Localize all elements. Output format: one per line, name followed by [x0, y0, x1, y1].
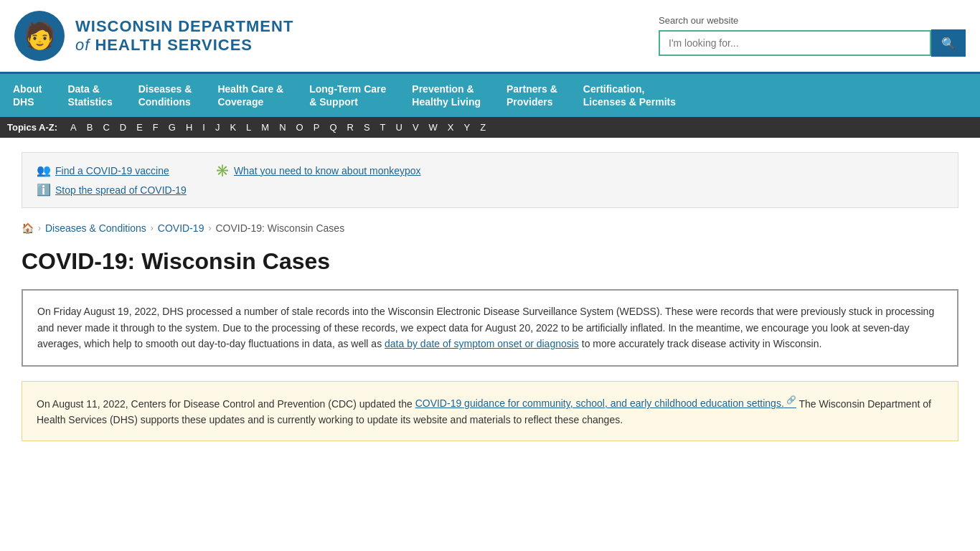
search-box: 🔍 — [659, 29, 966, 57]
page-title: COVID-19: Wisconsin Cases — [22, 248, 958, 275]
breadcrumb-diseases-link[interactable]: Diseases & Conditions — [45, 222, 146, 234]
topics-az-b[interactable]: B — [84, 121, 96, 134]
topics-az-e[interactable]: E — [133, 121, 146, 134]
breadcrumb-current: COVID-19: Wisconsin Cases — [215, 222, 344, 234]
logo-figure-icon: 🧑 — [24, 23, 56, 49]
org-name-line2: of HEALTH SERVICES — [75, 36, 293, 55]
search-icon: 🔍 — [941, 37, 956, 50]
topics-az-x[interactable]: X — [445, 121, 457, 134]
nav-item-health-care-coverage[interactable]: Health Care &Coverage — [204, 74, 296, 117]
alerts-left-col: 👥 Find a COVID-19 vaccine ℹ️ Stop the sp… — [37, 164, 187, 197]
topics-az-l[interactable]: L — [243, 121, 254, 134]
topics-az-u[interactable]: U — [393, 121, 405, 134]
cdc-update-box: On August 11, 2022, Centers for Disease … — [22, 381, 958, 441]
topics-az-i[interactable]: I — [199, 121, 208, 134]
topics-az-k[interactable]: K — [227, 121, 239, 134]
topics-az-p[interactable]: P — [311, 121, 323, 134]
topics-az-v[interactable]: V — [410, 121, 422, 134]
nav-item-about-dhs[interactable]: AboutDHS — [0, 74, 55, 117]
topics-az-w[interactable]: W — [426, 121, 440, 134]
nav-item-data-statistics[interactable]: Data &Statistics — [55, 74, 125, 117]
topics-az-f[interactable]: F — [150, 121, 161, 134]
nav-item-diseases-conditions[interactable]: Diseases &Conditions — [126, 74, 205, 117]
topics-az-m[interactable]: M — [258, 121, 272, 134]
search-input[interactable] — [659, 30, 931, 56]
breadcrumb-sep-1: › — [38, 223, 41, 233]
breadcrumb-home-link[interactable]: 🏠 — [22, 222, 34, 234]
topics-az-n[interactable]: N — [276, 121, 288, 134]
covid-spread-link[interactable]: Stop the spread of COVID-19 — [55, 184, 187, 196]
org-name-of: of — [75, 36, 90, 54]
topics-az-s[interactable]: S — [361, 121, 373, 134]
org-name-line1: WISCONSIN DEPARTMENT — [75, 17, 293, 36]
breadcrumb-sep-3: › — [208, 223, 211, 233]
breadcrumb-sep-2: › — [151, 223, 154, 233]
cdc-update-text-before: On August 11, 2022, Centers for Disease … — [37, 397, 415, 409]
people-icon: 👥 — [37, 164, 51, 177]
breadcrumb-covid19-link[interactable]: COVID-19 — [158, 222, 204, 234]
alert-covid-spread: ℹ️ Stop the spread of COVID-19 — [37, 183, 187, 197]
external-link-icon: 🔗 — [784, 396, 796, 405]
cdc-guidance-link[interactable]: COVID-19 guidance for community, school,… — [415, 397, 796, 409]
topics-az-y[interactable]: Y — [461, 121, 473, 134]
search-button[interactable]: 🔍 — [931, 29, 966, 57]
page-content: COVID-19: Wisconsin Cases On Friday Augu… — [22, 248, 958, 441]
symptom-onset-link[interactable]: data by date of symptom onset or diagnos… — [385, 338, 579, 349]
nav-item-certification[interactable]: Certification,Licenses & Permits — [570, 74, 689, 117]
alerts-right-col: ✳️ What you need to know about monkeypox — [215, 164, 421, 197]
topics-az-a[interactable]: A — [67, 121, 80, 134]
site-header: 🧑 WISCONSIN DEPARTMENT of HEALTH SERVICE… — [0, 0, 980, 74]
topics-az-d[interactable]: D — [117, 121, 129, 134]
topics-az-label: Topics A-Z: — [7, 122, 57, 133]
org-name-hs: HEALTH SERVICES — [95, 36, 253, 54]
main-nav: AboutDHS Data &Statistics Diseases &Cond… — [0, 74, 980, 117]
topics-az-r[interactable]: R — [344, 121, 357, 134]
logo-circle: 🧑 — [14, 11, 65, 61]
wedss-notice-box: On Friday August 19, 2022, DHS processed… — [22, 289, 958, 366]
wedss-notice-text-after: to more accurately track disease activit… — [579, 338, 821, 349]
topics-az-o[interactable]: O — [293, 121, 306, 134]
home-icon: 🏠 — [22, 222, 34, 234]
nav-item-long-term-care[interactable]: Long-Term Care& Support — [296, 74, 399, 117]
topics-az-j[interactable]: J — [212, 121, 223, 134]
monkeypox-link[interactable]: What you need to know about monkeypox — [234, 165, 421, 176]
topics-az-q[interactable]: Q — [326, 121, 339, 134]
info-icon: ℹ️ — [37, 183, 51, 197]
covid-vaccine-link[interactable]: Find a COVID-19 vaccine — [55, 165, 169, 176]
logo-text: WISCONSIN DEPARTMENT of HEALTH SERVICES — [75, 17, 293, 55]
nav-item-prevention[interactable]: Prevention &Healthy Living — [399, 74, 494, 117]
topics-az-z[interactable]: Z — [477, 121, 489, 134]
logo-area: 🧑 WISCONSIN DEPARTMENT of HEALTH SERVICE… — [14, 11, 293, 61]
nav-item-partners[interactable]: Partners &Providers — [494, 74, 570, 117]
search-area: Search our website 🔍 — [659, 15, 966, 57]
breadcrumb: 🏠 › Diseases & Conditions › COVID-19 › C… — [22, 222, 958, 234]
alert-covid-vaccine: 👥 Find a COVID-19 vaccine — [37, 164, 187, 177]
topics-az-t[interactable]: T — [377, 121, 389, 134]
alert-monkeypox: ✳️ What you need to know about monkeypox — [215, 164, 421, 177]
search-label: Search our website — [659, 15, 966, 26]
topics-az-c[interactable]: C — [100, 121, 112, 134]
topics-az-h[interactable]: H — [183, 121, 195, 134]
gear-alert-icon: ✳️ — [215, 164, 230, 177]
topics-az-bar: Topics A-Z: A B C D E F G H I J K L M N … — [0, 117, 980, 138]
alerts-banner: 👥 Find a COVID-19 vaccine ℹ️ Stop the sp… — [22, 152, 958, 208]
topics-az-g[interactable]: G — [166, 121, 179, 134]
